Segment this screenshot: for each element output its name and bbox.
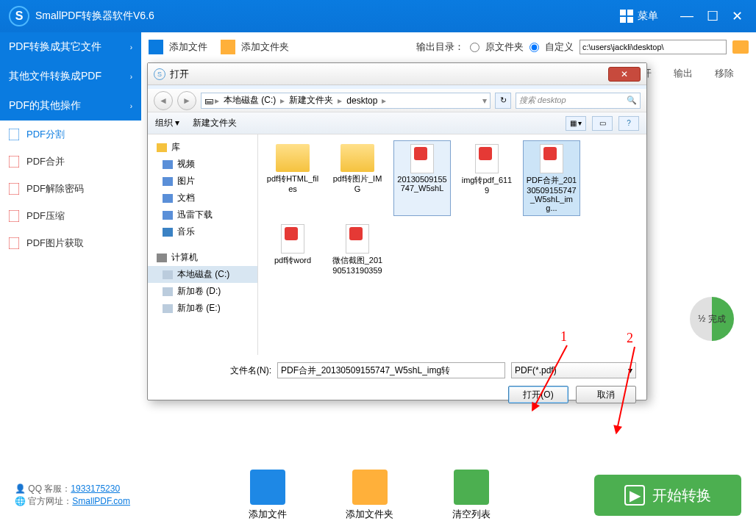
tree-video[interactable]: 视频 [148, 156, 257, 173]
search-input[interactable]: 搜索 desktop 🔍 [516, 93, 641, 109]
help-button[interactable]: ? [618, 116, 639, 131]
footer-clear-list[interactable]: 清空列表 [452, 470, 491, 521]
view-mode-button[interactable]: ▦ ▾ [566, 116, 586, 131]
site-link[interactable]: SmallPDF.com [72, 496, 130, 506]
output-custom-radio[interactable] [529, 43, 539, 52]
search-icon: 🔍 [627, 96, 637, 105]
main-toolbar: 添加文件 添加文件夹 输出目录： 原文件夹 自定义 [141, 32, 756, 62]
remove-action[interactable]: 移除 [715, 67, 734, 80]
organize-menu[interactable]: 组织 ▾ [155, 117, 179, 129]
file-name: pdf转word [274, 255, 311, 266]
file-name: pdf转HTML_files [266, 173, 319, 193]
file-item[interactable]: 微信截图_20190513190359 [329, 220, 386, 278]
output-custom-label: 自定义 [545, 40, 574, 54]
file-item[interactable]: img转pdf_6119 [458, 140, 516, 216]
pdf-file-icon [475, 144, 499, 173]
dialog-toolbar: 组织 ▾ 新建文件夹 ▦ ▾ ▭ ? [148, 112, 646, 134]
drive-icon [163, 304, 173, 313]
open-file-dialog: S 打开 ✕ ◄ ► 🖴 ▸ 本地磁盘 (C:)▸ 新建文件夹▸ desktop… [147, 62, 647, 400]
sidebar-category-3[interactable]: PDF的其他操作› [0, 91, 141, 121]
title-bar: S SmallPDF转换器软件V6.6 菜单 — ☐ ✕ [0, 0, 756, 32]
sidebar-item-compress[interactable]: PDF压缩 [0, 202, 141, 229]
tree-computer[interactable]: 计算机 [148, 249, 257, 266]
preview-pane-button[interactable]: ▭ [592, 116, 613, 131]
sidebar-item-split[interactable]: PDF分割 [0, 121, 141, 148]
file-item[interactable]: pdf转HTML_files [264, 140, 321, 216]
add-folder-icon [221, 40, 235, 54]
video-icon [163, 160, 173, 169]
contact-info: 👤 QQ 客服：1933175230 🌐 官方网址：SmallPDF.com [0, 483, 145, 508]
search-placeholder: 搜索 desktop [519, 95, 566, 106]
maximize-button[interactable]: ☐ [707, 8, 718, 24]
pdf-icon [9, 183, 19, 195]
tree-drive-e[interactable]: 新加卷 (E:) [148, 300, 257, 317]
dialog-icon: S [154, 68, 165, 80]
dialog-cancel-button[interactable]: 取消 [576, 386, 636, 403]
tree-pictures[interactable]: 图片 [148, 173, 257, 190]
refresh-button[interactable]: ↻ [495, 93, 511, 109]
close-button[interactable]: ✕ [732, 8, 743, 24]
sidebar-item-unlock[interactable]: PDF解除密码 [0, 175, 141, 202]
dialog-close-button[interactable]: ✕ [608, 67, 641, 82]
add-file-button[interactable]: 添加文件 [169, 40, 207, 54]
drive-icon [163, 270, 173, 279]
filename-label: 文件名(N): [230, 364, 271, 377]
qq-link[interactable]: 1933175230 [71, 484, 120, 494]
file-item[interactable]: pdf转word [264, 220, 321, 278]
nav-tree: 库 视频 图片 文档 迅雷下载 音乐 计算机 本地磁盘 (C:) 新加卷 (D:… [148, 134, 258, 355]
menu-label: 菜单 [638, 10, 658, 23]
file-name: 20130509155747_W5shL [396, 175, 449, 193]
main-menu-button[interactable]: 菜单 [611, 10, 667, 23]
pdf-file-icon [540, 144, 563, 173]
play-icon: ▶ [624, 485, 645, 506]
app-logo: S [9, 6, 29, 26]
tree-music[interactable]: 音乐 [148, 223, 257, 240]
add-folder-button[interactable]: 添加文件夹 [241, 40, 289, 54]
tree-drive-c[interactable]: 本地磁盘 (C:) [148, 266, 257, 283]
pdf-icon [9, 210, 19, 222]
start-convert-button[interactable]: ▶ 开始转换 [594, 475, 741, 516]
tree-drive-d[interactable]: 新加卷 (D:) [148, 283, 257, 300]
nav-back-button[interactable]: ◄ [154, 91, 173, 110]
library-icon [157, 143, 167, 152]
chevron-right-icon: › [130, 43, 132, 51]
annotation-1: 1 [560, 329, 567, 345]
chevron-right-icon: › [130, 73, 132, 81]
svg-rect-0 [9, 129, 19, 140]
file-item[interactable]: pdf转图片_IMG [329, 140, 386, 216]
computer-icon [157, 254, 167, 262]
app-title: SmallPDF转换器软件V6.6 [35, 10, 611, 23]
pdf-file-icon [281, 224, 304, 254]
tree-library[interactable]: 库 [148, 139, 257, 156]
output-path-input[interactable] [580, 40, 727, 54]
file-item[interactable]: 20130509155747_W5shL [393, 140, 451, 216]
tree-documents[interactable]: 文档 [148, 190, 257, 206]
sidebar-item-extract-image[interactable]: PDF图片获取 [0, 229, 141, 256]
output-original-label: 原文件夹 [485, 40, 524, 54]
minimize-button[interactable]: — [680, 8, 693, 24]
svg-rect-4 [9, 237, 19, 249]
pdf-file-icon [346, 224, 369, 254]
footer-add-file[interactable]: 添加文件 [249, 470, 287, 521]
filetype-select[interactable]: PDF(*.pdf)▾ [511, 362, 636, 378]
svg-rect-3 [9, 210, 19, 222]
footer: 👤 QQ 客服：1933175230 🌐 官方网址：SmallPDF.com 添… [0, 459, 756, 532]
output-action[interactable]: 输出 [674, 67, 693, 80]
sidebar-category-1[interactable]: PDF转换成其它文件› [0, 32, 141, 62]
browse-folder-icon[interactable] [732, 40, 749, 54]
nav-forward-button[interactable]: ► [177, 91, 196, 110]
sidebar: PDF转换成其它文件› 其他文件转换成PDF› PDF的其他操作› PDF分割 … [0, 32, 141, 459]
breadcrumb[interactable]: 🖴 ▸ 本地磁盘 (C:)▸ 新建文件夹▸ desktop▸ ▾ [201, 93, 491, 109]
pdf-icon [9, 156, 19, 168]
footer-actions: 添加文件 添加文件夹 清空列表 [145, 470, 594, 521]
add-folder-icon [352, 470, 388, 505]
tree-thunder[interactable]: 迅雷下载 [148, 206, 257, 223]
sidebar-category-2[interactable]: 其他文件转换成PDF› [0, 62, 141, 91]
output-original-radio[interactable] [470, 43, 479, 52]
filename-input[interactable] [277, 362, 505, 378]
footer-add-folder[interactable]: 添加文件夹 [346, 470, 393, 521]
chevron-right-icon: › [130, 102, 132, 110]
new-folder-button[interactable]: 新建文件夹 [193, 117, 237, 129]
file-item[interactable]: PDF合并_20130509155747_W5shL_img... [523, 140, 580, 216]
sidebar-item-merge[interactable]: PDF合并 [0, 148, 141, 175]
